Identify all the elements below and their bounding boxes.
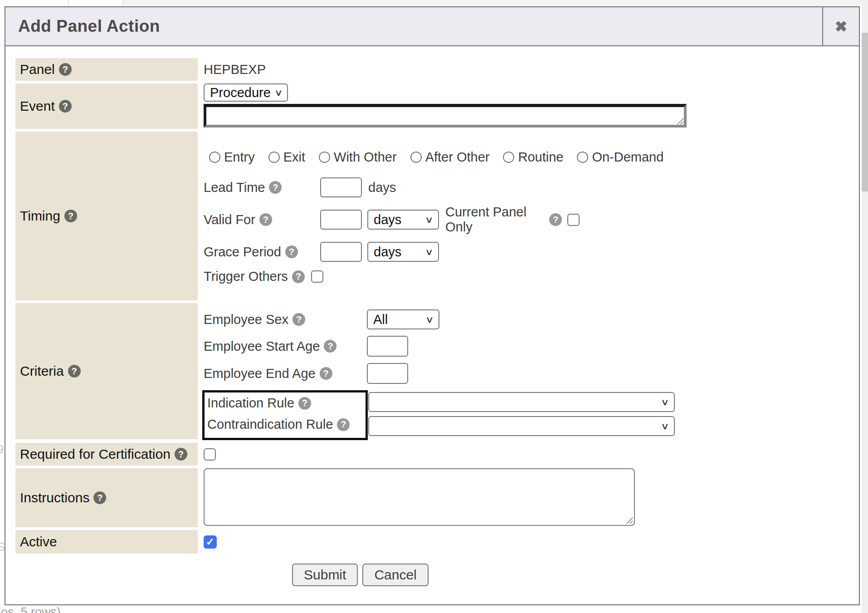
current-panel-only-help-icon[interactable]: ? (549, 213, 562, 226)
radio-with-other[interactable]: With Other (319, 150, 397, 165)
lead-time-label: Lead Time (204, 180, 265, 195)
timing-label-cell: Timing ? (15, 132, 198, 300)
required-for-certification-row: Required for Certification ? (15, 443, 849, 466)
current-panel-only-checkbox[interactable] (567, 214, 580, 226)
active-checkbox[interactable]: ✓ (204, 535, 217, 549)
background-partial-text: os 5 rows) (1, 605, 61, 613)
event-type-select[interactable]: Procedure ∨ (204, 83, 288, 102)
resize-handle-icon[interactable] (626, 517, 633, 524)
trigger-others-help-icon[interactable]: ? (292, 270, 305, 283)
background-table-header (122, 0, 868, 6)
event-search-input[interactable] (204, 104, 687, 128)
trigger-others-label: Trigger Others (204, 269, 288, 284)
criteria-label: Criteria (20, 363, 64, 379)
valid-for-help-icon[interactable]: ? (259, 213, 272, 226)
page-scrollbar-track[interactable] (862, 0, 868, 613)
resize-handle-icon[interactable] (677, 118, 683, 124)
grace-period-input[interactable] (320, 242, 362, 262)
lead-time-help-icon[interactable]: ? (269, 181, 282, 194)
instructions-row: Instructions ? (15, 468, 849, 527)
lead-time-unit: days (368, 180, 396, 195)
grace-period-row: Grace Period ? days ∨ (204, 242, 849, 262)
criteria-help-icon[interactable]: ? (68, 365, 81, 378)
required-for-certification-help-icon[interactable]: ? (175, 448, 187, 461)
instructions-textarea[interactable] (204, 468, 635, 526)
required-for-certification-checkbox[interactable] (204, 448, 216, 461)
event-row: Event ? Procedure ∨ (15, 83, 849, 129)
event-label: Event (20, 98, 55, 114)
radio-routine[interactable]: Routine (503, 150, 563, 165)
close-button[interactable]: ✖ (822, 7, 859, 45)
instructions-label: Instructions (20, 490, 89, 505)
radio-circle-icon[interactable] (268, 152, 280, 163)
chevron-down-icon: ∨ (661, 397, 669, 407)
radio-circle-icon[interactable] (503, 152, 514, 163)
indication-rule-label: Indication Rule (207, 396, 294, 411)
contraindication-rule-help-icon[interactable]: ? (337, 418, 350, 431)
radio-circle-icon[interactable] (577, 152, 588, 163)
active-label-cell: Active (15, 530, 198, 554)
instructions-label-cell: Instructions ? (15, 468, 198, 527)
close-icon: ✖ (835, 18, 848, 35)
trigger-others-row: Trigger Others ? (204, 269, 849, 284)
contraindication-rule-select[interactable]: ∨ (368, 416, 675, 436)
background-page-strip (0, 0, 868, 6)
panel-label-cell: Panel ? (15, 58, 198, 81)
dialog-title: Add Panel Action (5, 7, 822, 45)
lead-time-input[interactable] (320, 177, 362, 197)
contraindication-rule-label: Contraindication Rule (207, 417, 333, 432)
chevron-down-icon: ∨ (661, 421, 669, 432)
background-divider (68, 0, 68, 6)
employee-sex-label: Employee Sex (204, 312, 288, 327)
panel-label: Panel (20, 62, 55, 77)
grace-period-label: Grace Period (204, 245, 281, 260)
timing-row: Timing ? Entry Exit With Other (15, 132, 849, 300)
radio-circle-icon[interactable] (209, 152, 220, 163)
submit-button[interactable]: Submit (292, 564, 358, 586)
valid-for-unit-select[interactable]: days ∨ (367, 210, 439, 230)
dialog-actions: Submit Cancel (15, 564, 849, 586)
timing-label: Timing (20, 208, 60, 224)
trigger-others-checkbox[interactable] (311, 270, 323, 283)
radio-circle-icon[interactable] (319, 152, 330, 163)
required-for-certification-label: Required for Certification (20, 446, 171, 462)
employee-sex-select[interactable]: All ∨ (367, 309, 439, 329)
indication-rule-help-icon[interactable]: ? (298, 397, 311, 410)
employee-end-age-label: Employee End Age (204, 366, 316, 381)
page-scrollbar-thumb[interactable] (862, 33, 868, 191)
timing-help-icon[interactable]: ? (64, 210, 77, 222)
employee-sex-help-icon[interactable]: ? (293, 313, 305, 326)
employee-end-age-help-icon[interactable]: ? (320, 367, 332, 380)
chevron-down-icon: ∨ (274, 87, 283, 98)
employee-end-age-input[interactable] (367, 363, 408, 384)
radio-on-demand[interactable]: On-Demand (577, 150, 663, 165)
panel-row: Panel ? HEPBEXP (15, 58, 849, 81)
employee-start-age-help-icon[interactable]: ? (324, 340, 336, 353)
employee-start-age-row: Employee Start Age ? (204, 336, 849, 357)
employee-end-age-row: Employee End Age ? (204, 363, 849, 384)
employee-start-age-input[interactable] (367, 336, 408, 357)
instructions-help-icon[interactable]: ? (93, 491, 106, 504)
cancel-button[interactable]: Cancel (362, 564, 428, 586)
background-left-fragments: 9 S (0, 0, 4, 613)
panel-help-icon[interactable]: ? (59, 63, 72, 76)
chevron-down-icon: ∨ (425, 214, 434, 225)
criteria-row: Criteria ? Employee Sex ? All ∨ Em (15, 303, 849, 440)
radio-exit[interactable]: Exit (268, 150, 305, 165)
event-help-icon[interactable]: ? (59, 100, 72, 113)
rule-block: Indication Rule ? Contraindication Rule … (204, 390, 849, 440)
grace-period-unit-select[interactable]: days ∨ (367, 242, 439, 262)
valid-for-input[interactable] (320, 210, 362, 230)
radio-circle-icon[interactable] (410, 152, 422, 163)
active-row: Active ✓ (15, 530, 849, 554)
grace-period-help-icon[interactable]: ? (285, 245, 298, 258)
dialog-header: Add Panel Action ✖ (5, 7, 859, 46)
checkmark-icon: ✓ (206, 536, 215, 548)
event-label-cell: Event ? (15, 83, 198, 129)
required-for-certification-label-cell: Required for Certification ? (15, 443, 198, 466)
criteria-label-cell: Criteria ? (15, 303, 198, 439)
radio-entry[interactable]: Entry (209, 150, 255, 165)
radio-after-other[interactable]: After Other (410, 150, 490, 165)
timing-radio-group: Entry Exit With Other After Other (209, 150, 849, 165)
indication-rule-select[interactable]: ∨ (368, 392, 675, 412)
